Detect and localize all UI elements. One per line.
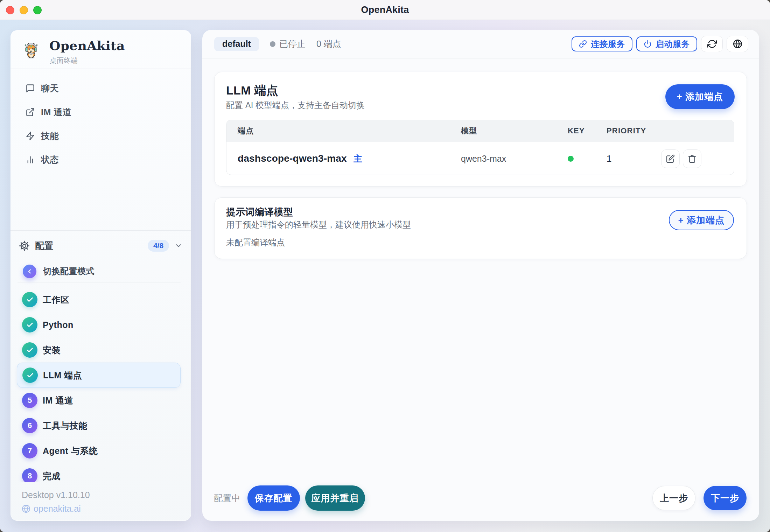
minimize-button[interactable] [20, 6, 28, 14]
link-icon [579, 40, 587, 48]
connect-service-label: 连接服务 [591, 38, 625, 50]
column-endpoint: 端点 [226, 126, 461, 136]
column-priority: PRIORITY [607, 126, 734, 135]
compiler-card-subtitle: 用于预处理指令的轻量模型，建议使用快速小模型 [226, 219, 411, 230]
step-workspace[interactable]: 工作区 [10, 287, 191, 312]
step-tools-skills[interactable]: 6 工具与技能 [10, 413, 191, 438]
sidebar-item-label: 技能 [41, 130, 59, 142]
add-compiler-endpoint-button[interactable]: + 添加端点 [669, 210, 734, 230]
external-link-icon [26, 107, 35, 117]
key-ok-dot [568, 156, 574, 162]
power-icon [644, 40, 652, 48]
config-status-text: 配置中 [214, 492, 241, 504]
step-llm-endpoints[interactable]: LLM 端点 [17, 363, 181, 388]
globe-icon [22, 504, 30, 513]
step-finish[interactable]: 8 完成 [10, 463, 191, 482]
endpoint-model: qwen3-max [461, 154, 568, 164]
start-service-label: 启动服务 [656, 38, 690, 50]
column-model: 模型 [461, 126, 568, 136]
gear-icon [19, 240, 30, 251]
endpoint-key-cell [568, 155, 607, 162]
save-config-button[interactable]: 保存配置 [247, 485, 300, 511]
chevron-left-icon [23, 265, 36, 278]
language-button[interactable] [727, 36, 748, 52]
sidebar-divider [10, 230, 191, 231]
edit-endpoint-button[interactable] [661, 149, 680, 168]
add-endpoint-button[interactable]: + 添加端点 [665, 84, 735, 109]
service-status-text: 已停止 [279, 38, 306, 50]
sidebar-item-skills[interactable]: 技能 [10, 124, 191, 148]
website-link[interactable]: openakita.ai [22, 504, 81, 514]
refresh-button[interactable] [701, 36, 723, 52]
website-label: openakita.ai [34, 504, 81, 514]
step-label: LLM 端点 [43, 370, 82, 381]
sidebar-nav: 聊天 IM 通道 技能 状态 [10, 76, 191, 172]
step-python[interactable]: Python [10, 312, 191, 337]
config-label: 配置 [35, 240, 54, 252]
step-label: 安装 [43, 344, 61, 356]
edit-icon [666, 154, 675, 163]
profile-badge[interactable]: default [214, 37, 259, 51]
zoom-button[interactable] [33, 6, 42, 14]
endpoint-name-cell: dashscope-qwen3-max 主 [226, 153, 461, 164]
step-install[interactable]: 安装 [10, 337, 191, 363]
service-status-dot [270, 41, 275, 47]
header-actions: 连接服务 启动服务 [572, 36, 748, 52]
config-mode-toggle[interactable]: 切换配置模式 [10, 262, 191, 280]
sidebar-item-chat[interactable]: 聊天 [10, 76, 191, 100]
sidebar-item-status[interactable]: 状态 [10, 148, 191, 172]
delete-endpoint-button[interactable] [683, 149, 701, 168]
step-im-channel[interactable]: 5 IM 通道 [10, 388, 191, 413]
apply-restart-button[interactable]: 应用并重启 [305, 485, 365, 511]
main-header: default 已停止 0 端点 连接服务 启动服务 [202, 30, 759, 58]
config-section-header[interactable]: 配置 4/8 [10, 236, 191, 255]
step-number: 6 [22, 418, 37, 433]
check-icon [22, 317, 37, 332]
sidebar: OpenAkita 桌面终端 聊天 IM 通道 技能 状态 [10, 30, 191, 521]
sidebar-item-label: 聊天 [41, 83, 59, 94]
refresh-icon [707, 39, 717, 49]
compiler-empty-text: 未配置编译端点 [226, 237, 285, 248]
brand-subtitle: 桌面终端 [50, 56, 78, 65]
close-button[interactable] [6, 6, 14, 14]
check-icon [22, 342, 37, 358]
endpoint-priority: 1 [607, 153, 661, 164]
mode-toggle-label: 切换配置模式 [43, 266, 94, 277]
wizard-steps: 工作区 Python 安装 LLM 端点 5 IM 通道 6 工具与技能 [10, 287, 191, 482]
start-service-button[interactable]: 启动服务 [636, 36, 697, 51]
sidebar-item-im-channel[interactable]: IM 通道 [10, 100, 191, 124]
endpoints-table-header: 端点 模型 KEY PRIORITY [226, 120, 734, 142]
check-icon [22, 368, 38, 383]
step-label: Agent 与系统 [43, 445, 98, 457]
traffic-lights [0, 0, 42, 20]
openakita-logo [22, 42, 40, 59]
step-label: IM 通道 [43, 395, 73, 406]
endpoint-actions [661, 149, 734, 168]
step-label: 完成 [43, 470, 61, 482]
step-number: 8 [22, 468, 37, 482]
window-title: OpenAkita [361, 5, 409, 15]
check-icon [22, 292, 37, 307]
endpoint-row: dashscope-qwen3-max 主 qwen3-max 1 [226, 142, 734, 175]
app-window: OpenAkita 桌面终端 聊天 IM 通道 技能 状态 [0, 0, 770, 532]
compiler-model-card: 提示词编译模型 用于预处理指令的轻量模型，建议使用快速小模型 未配置编译端点 +… [214, 197, 747, 259]
prev-step-button[interactable]: 上一步 [652, 486, 695, 510]
step-label: 工具与技能 [43, 420, 88, 432]
endpoint-count: 0 端点 [316, 38, 341, 50]
next-step-button[interactable]: 下一步 [704, 486, 747, 510]
chevron-down-icon[interactable] [175, 242, 182, 250]
step-agent-system[interactable]: 7 Agent 与系统 [10, 438, 191, 463]
column-key: KEY [568, 126, 607, 135]
main-footer: 配置中 保存配置 应用并重启 上一步 下一步 [202, 475, 759, 521]
endpoint-name: dashscope-qwen3-max [238, 153, 347, 164]
app-version: Desktop v1.10.10 [22, 490, 90, 500]
connect-service-button[interactable]: 连接服务 [572, 36, 632, 51]
sidebar-footer-divider [10, 482, 191, 482]
footer-nav-buttons: 上一步 下一步 [652, 486, 747, 510]
chat-icon [26, 84, 35, 93]
globe-icon [733, 39, 742, 49]
sidebar-item-label: 状态 [41, 154, 59, 166]
sidebar-divider [18, 282, 181, 282]
compiler-card-title: 提示词编译模型 [226, 206, 293, 218]
primary-tag: 主 [354, 153, 362, 164]
